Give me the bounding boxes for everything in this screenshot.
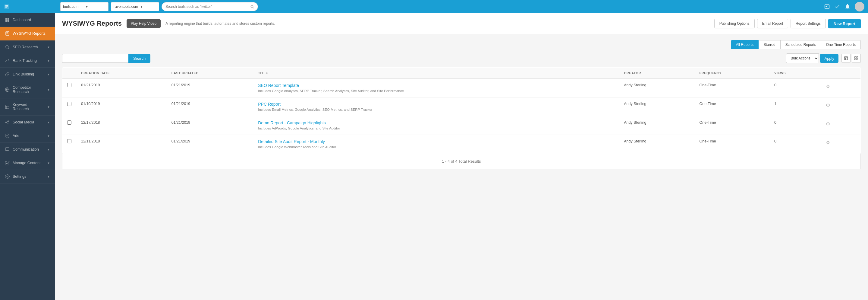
row-views: 0 — [770, 79, 819, 98]
link-icon — [5, 72, 10, 77]
report-title-link[interactable]: PPC Report — [258, 102, 614, 107]
row-checkbox-cell — [62, 79, 76, 98]
competitor-icon — [5, 87, 10, 92]
filter-tab-onetime[interactable]: One-Time Reports — [821, 40, 861, 49]
sidebar-item-dashboard[interactable]: Dashboard — [0, 13, 55, 27]
sidebar-item-seo-research[interactable]: SEO Research ▼ — [0, 40, 55, 54]
svg-point-25 — [5, 134, 9, 138]
site1-selector[interactable]: tools.com ▼ — [60, 2, 108, 11]
table-row: 01/21/2019 01/21/2019 SEO Report Templat… — [62, 79, 861, 98]
sidebar: Dashboard WYSIWYG Reports SEO Research ▼… — [0, 13, 55, 300]
row-creation-date: 12/17/2018 — [76, 116, 167, 135]
filter-tab-all[interactable]: All Reports — [731, 40, 759, 49]
svg-rect-33 — [857, 59, 858, 60]
col-title: TITLE — [253, 67, 619, 79]
row-views: 0 — [770, 135, 819, 154]
top-nav: tools.com ▼ raventools.com ▼ — [0, 0, 868, 13]
help-video-button[interactable]: Play Help Video — [127, 19, 161, 28]
svg-point-15 — [6, 46, 8, 48]
sidebar-item-keyword-label: Keyword Research — [13, 103, 44, 111]
svg-rect-10 — [7, 20, 9, 22]
row-checkbox-2[interactable] — [67, 120, 71, 125]
view-toggle — [841, 54, 861, 63]
col-views: VIEWS — [770, 67, 819, 79]
new-report-button[interactable]: New Report — [828, 19, 861, 28]
email-report-button[interactable]: Email Report — [757, 19, 788, 28]
report-title-link[interactable]: SEO Report Template — [258, 83, 614, 88]
sidebar-item-comm-label: Communication — [13, 147, 44, 152]
row-frequency: One-Time — [695, 98, 770, 116]
sidebar-item-wysiwyg[interactable]: WYSIWYG Reports — [0, 27, 55, 40]
report-settings-button[interactable]: Report Settings — [790, 19, 826, 28]
report-search-button[interactable]: Search — [128, 54, 150, 63]
dashboard-icon — [5, 18, 10, 22]
rank-chevron-icon: ▼ — [47, 59, 50, 62]
seo-chevron-icon: ▼ — [47, 46, 50, 49]
report-title-link[interactable]: Demo Report - Campaign Highlights — [258, 120, 614, 125]
row-checkbox-3[interactable] — [67, 139, 71, 143]
apply-button[interactable]: Apply — [820, 54, 838, 63]
report-title-link[interactable]: Detailed Site Audit Report - Monthly — [258, 139, 614, 144]
sidebar-item-communication[interactable]: Communication ▼ — [0, 143, 55, 156]
main-content: WYSIWYG Reports Play Help Video A report… — [55, 13, 868, 300]
row-creation-date: 01/21/2019 — [76, 79, 167, 98]
sidebar-item-keyword[interactable]: Keyword Research ▼ — [0, 99, 55, 116]
report-area: All Reports Starred Scheduled Reports On… — [55, 34, 868, 175]
bulk-actions-select[interactable]: Bulk Actions — [786, 53, 819, 63]
report-search-wrap: Search — [62, 54, 150, 63]
table-row: 01/10/2019 01/21/2019 PPC Report Include… — [62, 98, 861, 116]
row-gear-button[interactable]: ⚙ — [824, 83, 832, 90]
row-checkbox-cell — [62, 135, 76, 154]
svg-rect-31 — [857, 57, 858, 58]
grid-view-icon — [854, 56, 858, 60]
row-title-cell: Detailed Site Audit Report - Monthly Inc… — [253, 135, 619, 154]
grid-view-button[interactable] — [852, 54, 861, 63]
row-checkbox-1[interactable] — [67, 102, 71, 106]
sidebar-item-link-building[interactable]: Link Building ▼ — [0, 67, 55, 81]
filter-tab-starred[interactable]: Starred — [758, 40, 780, 49]
filter-tab-scheduled[interactable]: Scheduled Reports — [781, 40, 821, 49]
settings-chevron-icon: ▼ — [47, 175, 50, 179]
svg-rect-3 — [825, 4, 830, 8]
row-creator: Andy Sterling — [619, 79, 694, 98]
global-search-bar[interactable] — [161, 2, 258, 11]
row-checkbox-cell — [62, 98, 76, 116]
svg-rect-7 — [5, 18, 7, 20]
site2-selector[interactable]: raventools.com ▼ — [111, 2, 159, 11]
row-gear-cell: ⚙ — [819, 98, 861, 116]
sidebar-item-ads[interactable]: Ads ▼ — [0, 129, 55, 143]
row-gear-button[interactable]: ⚙ — [824, 102, 832, 109]
sidebar-item-content[interactable]: Manage Content ▼ — [0, 156, 55, 170]
svg-line-2 — [253, 7, 254, 8]
svg-point-1 — [251, 5, 253, 8]
nav-brand — [4, 4, 58, 10]
user-card-icon[interactable] — [824, 4, 830, 10]
avatar[interactable] — [855, 2, 864, 11]
row-gear-button[interactable]: ⚙ — [824, 139, 832, 146]
publishing-options-button[interactable]: Publishing Options — [714, 19, 755, 28]
sidebar-item-social[interactable]: Social Media ▼ — [0, 116, 55, 129]
global-search-input[interactable] — [165, 4, 248, 9]
table-row: 12/17/2018 01/21/2019 Demo Report - Camp… — [62, 116, 861, 135]
sidebar-item-competitor-label: Competitor Research — [13, 85, 44, 94]
sidebar-item-settings[interactable]: Settings ▼ — [0, 170, 55, 184]
svg-rect-19 — [5, 105, 9, 109]
settings-icon — [5, 174, 10, 179]
toolbar-row: Search Bulk Actions Apply — [62, 53, 861, 63]
report-icon — [5, 31, 10, 36]
svg-point-26 — [7, 176, 8, 177]
checkmark-icon[interactable] — [834, 4, 840, 10]
row-gear-cell: ⚙ — [819, 79, 861, 98]
list-view-button[interactable] — [841, 54, 850, 63]
rank-icon — [5, 58, 10, 63]
col-checkbox — [62, 67, 76, 79]
report-table: CREATION DATE LAST UPDATED TITLE CREATOR… — [62, 67, 861, 154]
report-description: Includes Email Metrics, Google Analytics… — [258, 108, 372, 111]
report-search-input[interactable] — [62, 54, 128, 63]
sidebar-item-seo-label: SEO Research — [13, 45, 44, 49]
row-checkbox-0[interactable] — [67, 83, 71, 87]
sidebar-item-competitor[interactable]: Competitor Research ▼ — [0, 81, 55, 99]
sidebar-item-rank-tracking[interactable]: Rank Tracking ▼ — [0, 54, 55, 67]
bell-icon[interactable] — [844, 4, 850, 10]
row-gear-button[interactable]: ⚙ — [824, 120, 832, 127]
